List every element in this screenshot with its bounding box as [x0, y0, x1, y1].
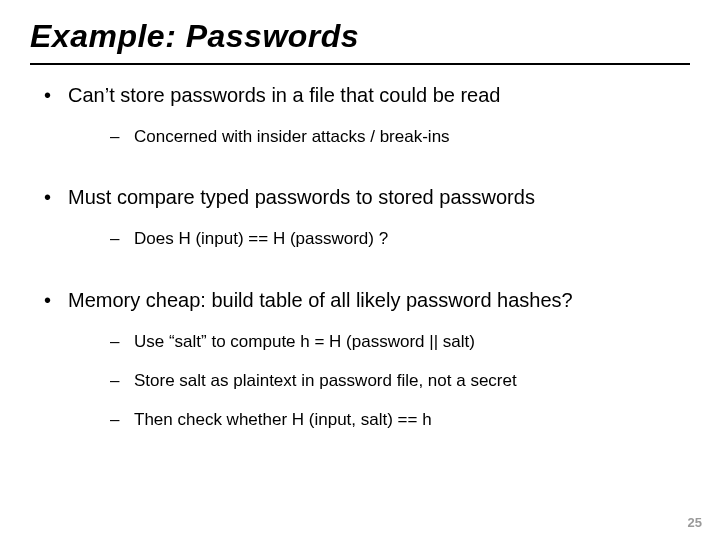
sub-item: Use “salt” to compute h = H (password ||…	[68, 331, 690, 352]
bullet-text: Memory cheap: build table of all likely …	[68, 289, 573, 311]
sub-text: Concerned with insider attacks / break-i…	[134, 127, 450, 146]
sub-text: Store salt as plaintext in password file…	[134, 371, 517, 390]
bullet-item: Memory cheap: build table of all likely …	[30, 288, 690, 431]
sub-item: Does H (input) == H (password) ?	[68, 228, 690, 249]
bullet-item: Can’t store passwords in a file that cou…	[30, 83, 690, 147]
page-number: 25	[688, 515, 702, 530]
sub-item: Concerned with insider attacks / break-i…	[68, 126, 690, 147]
slide-body: Can’t store passwords in a file that cou…	[30, 83, 690, 430]
bullet-text: Can’t store passwords in a file that cou…	[68, 84, 500, 106]
spacer	[30, 165, 690, 185]
sub-text: Does H (input) == H (password) ?	[134, 229, 388, 248]
title-rule	[30, 63, 690, 65]
sub-text: Then check whether H (input, salt) == h	[134, 410, 432, 429]
bullet-text: Must compare typed passwords to stored p…	[68, 186, 535, 208]
sub-item: Then check whether H (input, salt) == h	[68, 409, 690, 430]
sub-text: Use “salt” to compute h = H (password ||…	[134, 332, 475, 351]
slide: Example: Passwords Can’t store passwords…	[0, 0, 720, 540]
spacer	[30, 268, 690, 288]
sub-list: Use “salt” to compute h = H (password ||…	[68, 331, 690, 431]
bullet-list: Can’t store passwords in a file that cou…	[30, 83, 690, 147]
bullet-item: Must compare typed passwords to stored p…	[30, 185, 690, 249]
slide-title: Example: Passwords	[30, 18, 690, 55]
sub-list: Does H (input) == H (password) ?	[68, 228, 690, 249]
sub-list: Concerned with insider attacks / break-i…	[68, 126, 690, 147]
bullet-list: Memory cheap: build table of all likely …	[30, 288, 690, 431]
sub-item: Store salt as plaintext in password file…	[68, 370, 690, 391]
bullet-list: Must compare typed passwords to stored p…	[30, 185, 690, 249]
